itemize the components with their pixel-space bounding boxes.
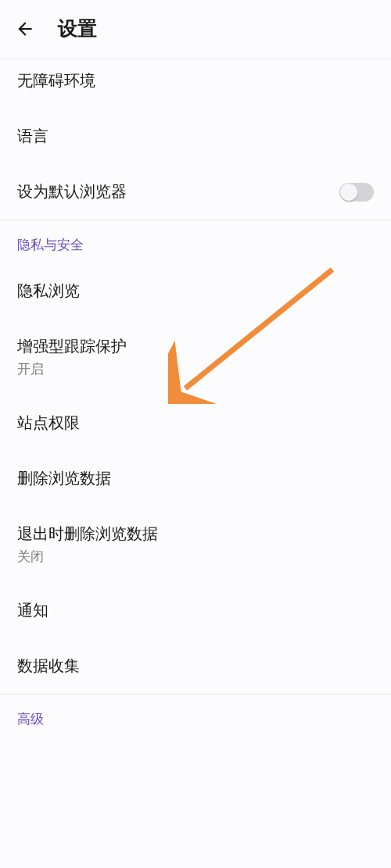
item-accessibility[interactable]: 无障碍环境 — [0, 59, 391, 109]
item-private-browsing[interactable]: 隐私浏览 — [0, 263, 391, 319]
item-label: 语言 — [17, 126, 48, 147]
item-label: 无障碍环境 — [17, 70, 95, 91]
item-label: 通知 — [17, 600, 48, 621]
settings-list: 无障碍环境 语言 设为默认浏览器 隐私与安全 隐私浏览 增强型跟踪保护 开启 站… — [0, 59, 391, 738]
item-sublabel: 关闭 — [17, 548, 158, 566]
section-advanced: 高级 — [0, 694, 391, 738]
item-data-collection[interactable]: 数据收集 — [0, 638, 391, 694]
item-label: 删除浏览数据 — [17, 468, 111, 489]
item-label: 站点权限 — [17, 413, 80, 434]
item-enhanced-tracking[interactable]: 增强型跟踪保护 开启 — [0, 319, 391, 395]
page-title: 设置 — [58, 16, 97, 41]
item-label: 隐私浏览 — [17, 280, 80, 302]
item-delete-on-quit[interactable]: 退出时删除浏览数据 关闭 — [0, 506, 391, 583]
item-label: 退出时删除浏览数据 — [17, 523, 158, 545]
header: 设置 — [0, 0, 391, 59]
item-sublabel: 开启 — [17, 360, 127, 378]
item-language[interactable]: 语言 — [0, 109, 391, 164]
item-delete-browsing-data[interactable]: 删除浏览数据 — [0, 451, 391, 506]
item-label: 增强型跟踪保护 — [17, 336, 127, 357]
arrow-left-icon — [15, 19, 35, 39]
item-label: 数据收集 — [17, 655, 80, 677]
toggle-knob — [340, 184, 357, 201]
item-label: 设为默认浏览器 — [17, 181, 127, 202]
item-notifications[interactable]: 通知 — [0, 583, 391, 638]
item-default-browser[interactable]: 设为默认浏览器 — [0, 164, 391, 220]
default-browser-toggle[interactable] — [339, 183, 374, 202]
item-site-permissions[interactable]: 站点权限 — [0, 395, 391, 451]
back-button[interactable] — [14, 18, 36, 40]
section-privacy-security: 隐私与安全 — [0, 220, 391, 263]
